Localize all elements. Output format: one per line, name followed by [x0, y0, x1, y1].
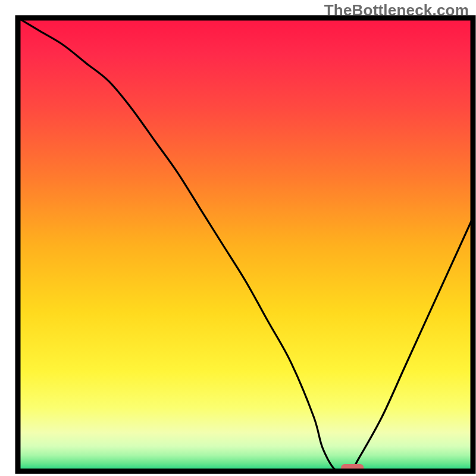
- watermark-text: TheBottleneck.com: [324, 1, 469, 20]
- gradient-background: [18, 18, 473, 471]
- chart-container: TheBottleneck.com: [0, 0, 476, 476]
- bottleneck-chart: [0, 0, 476, 476]
